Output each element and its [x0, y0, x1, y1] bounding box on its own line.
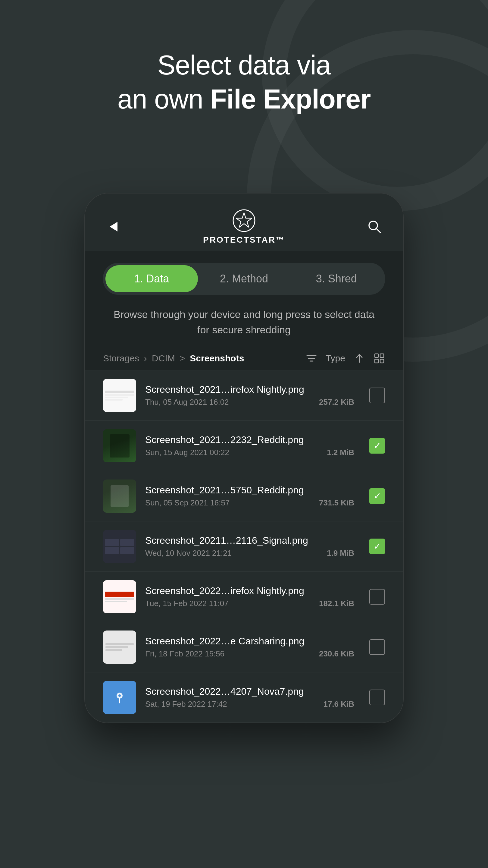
file-checkbox[interactable]	[369, 639, 385, 655]
file-size: 731.5 KiB	[319, 498, 354, 507]
file-checkbox[interactable]: ✓	[369, 488, 385, 504]
sort-arrow-icon[interactable]	[354, 352, 365, 364]
logo-text: PROTECTSTAR™	[203, 235, 285, 245]
file-date: Sun, 05 Sep 2021 16:57	[145, 498, 230, 507]
svg-line-3	[376, 228, 381, 233]
breadcrumb-dcim[interactable]: DCIM	[152, 353, 175, 364]
file-thumbnail	[103, 580, 136, 613]
file-size: 17.6 KiB	[323, 700, 354, 709]
file-info: Screenshot_2022…e Carsharing.pngFri, 18 …	[145, 636, 360, 658]
header-line2-bold: File Explorer	[210, 84, 370, 114]
back-button[interactable]	[103, 216, 124, 237]
svg-marker-1	[236, 213, 252, 227]
file-name: Screenshot_2022…e Carsharing.png	[145, 636, 360, 647]
subtitle-text: Browse through your device and long pres…	[85, 301, 403, 347]
grid-icon[interactable]	[373, 352, 385, 364]
breadcrumb-sep-2: >	[180, 353, 185, 364]
phone-topbar: PROTECTSTAR™	[85, 193, 403, 251]
file-item[interactable]: Screenshot_2021…5750_Reddit.pngSun, 05 S…	[85, 471, 403, 521]
file-info: Screenshot_2022…4207_Nova7.pngSat, 19 Fe…	[145, 686, 360, 709]
file-size: 1.2 MiB	[327, 448, 354, 457]
file-item[interactable]: Screenshot_20211…2116_Signal.pngWed, 10 …	[85, 521, 403, 572]
file-list: Screenshot_2021…irefox Nightly.pngThu, 0…	[85, 370, 403, 723]
tab-data[interactable]: 1. Data	[105, 265, 198, 292]
header-line1: Select data via	[157, 50, 330, 80]
search-button[interactable]	[364, 216, 385, 237]
file-item[interactable]: Screenshot_2022…e Carsharing.pngFri, 18 …	[85, 622, 403, 673]
file-name: Screenshot_2021…2232_Reddit.png	[145, 434, 360, 445]
file-info: Screenshot_2022…irefox Nightly.pngTue, 1…	[145, 585, 360, 608]
breadcrumb-storages[interactable]: Storages	[103, 353, 139, 364]
breadcrumb-actions: Type	[306, 352, 385, 364]
file-size: 230.6 KiB	[319, 649, 354, 658]
file-item[interactable]: Screenshot_2021…2232_Reddit.pngSun, 15 A…	[85, 421, 403, 471]
file-item[interactable]: Screenshot_2022…irefox Nightly.pngTue, 1…	[85, 572, 403, 622]
file-thumbnail	[103, 681, 136, 714]
phone-mockup: PROTECTSTAR™ 1. Data 2. Method 3. Shred …	[84, 193, 404, 723]
file-size: 1.9 MiB	[327, 549, 354, 558]
file-meta: Tue, 15 Feb 2022 11:07182.1 KiB	[145, 599, 360, 608]
file-date: Fri, 18 Feb 2022 15:56	[145, 649, 224, 658]
tab-method[interactable]: 2. Method	[198, 265, 290, 292]
file-info: Screenshot_20211…2116_Signal.pngWed, 10 …	[145, 535, 360, 558]
file-info: Screenshot_2021…irefox Nightly.pngThu, 0…	[145, 384, 360, 407]
file-thumbnail	[103, 429, 136, 462]
file-thumbnail	[103, 630, 136, 664]
file-item[interactable]: Screenshot_2022…4207_Nova7.pngSat, 19 Fe…	[85, 673, 403, 723]
breadcrumb-screenshots[interactable]: Screenshots	[190, 353, 244, 364]
svg-rect-10	[375, 359, 378, 363]
filter-icon[interactable]	[306, 352, 317, 364]
logo-area: PROTECTSTAR™	[203, 209, 285, 245]
file-date: Sat, 19 Feb 2022 17:42	[145, 700, 227, 709]
file-name: Screenshot_2021…irefox Nightly.png	[145, 384, 360, 395]
file-date: Sun, 15 Aug 2021 00:22	[145, 448, 229, 457]
file-meta: Sun, 05 Sep 2021 16:57731.5 KiB	[145, 498, 360, 507]
svg-rect-8	[375, 354, 378, 358]
steps-tabs: 1. Data 2. Method 3. Shred	[103, 263, 385, 295]
file-meta: Sat, 19 Feb 2022 17:4217.6 KiB	[145, 700, 360, 709]
file-name: Screenshot_2022…irefox Nightly.png	[145, 585, 360, 596]
file-thumbnail	[103, 479, 136, 513]
file-meta: Sun, 15 Aug 2021 00:221.2 MiB	[145, 448, 360, 457]
file-thumbnail	[103, 530, 136, 563]
file-size: 182.1 KiB	[319, 599, 354, 608]
file-thumbnail	[103, 379, 136, 412]
file-checkbox[interactable]	[369, 689, 385, 705]
header-line2-normal: an own	[118, 84, 210, 114]
file-checkbox[interactable]: ✓	[369, 438, 385, 454]
search-icon	[367, 219, 382, 235]
file-date: Wed, 10 Nov 2021 21:21	[145, 549, 232, 558]
file-meta: Wed, 10 Nov 2021 21:211.9 MiB	[145, 549, 360, 558]
file-name: Screenshot_2021…5750_Reddit.png	[145, 485, 360, 496]
back-arrow-icon	[110, 222, 118, 231]
file-info: Screenshot_2021…5750_Reddit.pngSun, 05 S…	[145, 485, 360, 507]
header-section: Select data via an own File Explorer	[0, 48, 488, 116]
svg-point-13	[119, 694, 121, 697]
file-date: Tue, 15 Feb 2022 11:07	[145, 599, 229, 608]
protectstar-logo-icon	[232, 209, 256, 233]
file-size: 257.2 KiB	[319, 398, 354, 407]
file-info: Screenshot_2021…2232_Reddit.pngSun, 15 A…	[145, 434, 360, 457]
svg-rect-9	[380, 354, 384, 358]
file-meta: Thu, 05 Aug 2021 16:02257.2 KiB	[145, 398, 360, 407]
file-checkbox[interactable]: ✓	[369, 538, 385, 554]
breadcrumb-sep-1: ›	[144, 353, 147, 364]
sort-label: Type	[326, 353, 345, 364]
file-date: Thu, 05 Aug 2021 16:02	[145, 398, 229, 407]
file-meta: Fri, 18 Feb 2022 15:56230.6 KiB	[145, 649, 360, 658]
file-checkbox[interactable]	[369, 589, 385, 604]
breadcrumb: Storages › DCIM > Screenshots Type	[85, 347, 403, 370]
file-checkbox[interactable]	[369, 388, 385, 403]
tab-shred[interactable]: 3. Shred	[290, 265, 383, 292]
file-item[interactable]: Screenshot_2021…irefox Nightly.pngThu, 0…	[85, 370, 403, 421]
svg-rect-11	[380, 359, 384, 363]
file-name: Screenshot_20211…2116_Signal.png	[145, 535, 360, 546]
file-name: Screenshot_2022…4207_Nova7.png	[145, 686, 360, 697]
